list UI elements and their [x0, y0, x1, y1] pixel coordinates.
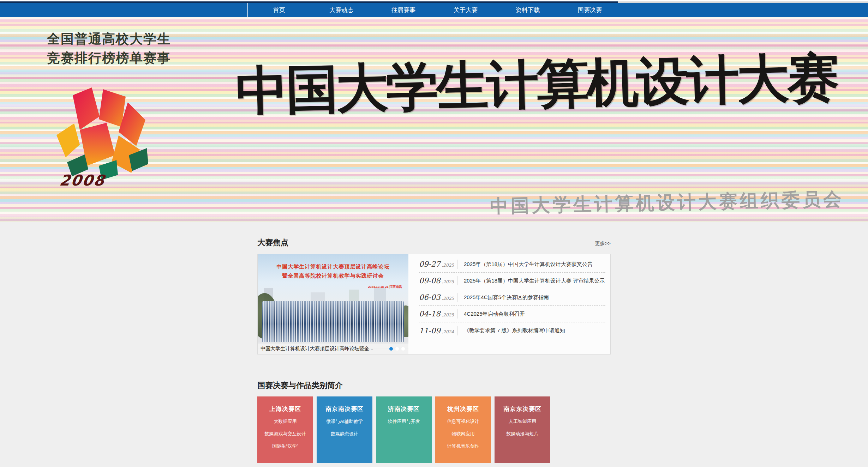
zone-card-1[interactable]: 上海决赛区 大数据应用数媒游戏与交互设计国际生“汉学” [257, 396, 313, 463]
news-date-wrap: 04-18 .2025 [419, 310, 451, 318]
main-navbar: 首页大赛动态往届赛事关于大赛资料下载国赛决赛 [0, 3, 868, 17]
news-divider [457, 326, 457, 335]
focus-section-header: 大赛焦点 更多>> [257, 238, 611, 247]
news-item-3[interactable]: 06-03 .2025 2025年4C国赛5个决赛区的参赛指南 [419, 289, 605, 306]
zone-card-title: 济南决赛区 [376, 405, 432, 413]
news-date: 09-08 [419, 277, 441, 285]
photo-title-line2: 暨全国高等院校计算机教学与实践研讨会 [258, 273, 408, 279]
flower-petal [99, 89, 126, 127]
news-divider [457, 260, 457, 269]
news-carousel[interactable]: 中国大学生计算机设计大赛顶层设计高峰论坛 暨全国高等院校计算机教学与实践研讨会 … [258, 254, 408, 354]
news-date: 09-27 [419, 260, 441, 268]
carousel-dots [386, 347, 408, 351]
zones-section-title: 国赛决赛与作品类别简介 [257, 381, 343, 390]
zone-card-lines: 大数据应用数媒游戏与交互设计国际生“汉学” [257, 418, 313, 449]
zone-card-4[interactable]: 杭州决赛区 信息可视化设计物联网应用计算机音乐创作 [435, 396, 491, 463]
banner-tagline-line1: 全国普通高校大学生 [47, 30, 171, 49]
carousel-dot-2[interactable] [395, 347, 399, 351]
news-date-wrap: 06-03 .2025 [419, 293, 451, 302]
zone-card-line: 大数据应用 [257, 418, 313, 425]
news-title: 2025年4C国赛5个决赛区的参赛指南 [464, 294, 549, 301]
photo-title-line1: 中国大学生计算机设计大赛顶层设计高峰论坛 [258, 263, 408, 270]
page-content: 大赛焦点 更多>> 中国大学生计算机设计大赛顶层设计高峰论坛 暨全国高等院校计算… [257, 238, 611, 463]
flower-logo-year: 2008 [59, 172, 107, 189]
zone-card-line: 计算机音乐创作 [435, 443, 491, 449]
news-title: 《教学要求第 7 版》系列教材编写申请通知 [464, 327, 565, 334]
nav-menu: 首页大赛动态往届赛事关于大赛资料下载国赛决赛 [247, 3, 621, 17]
nav-item-6[interactable]: 国赛决赛 [559, 3, 621, 17]
zone-card-line: 物联网应用 [435, 431, 491, 437]
news-date: 04-18 [419, 310, 441, 318]
focus-box: 中国大学生计算机设计大赛顶层设计高峰论坛 暨全国高等院校计算机教学与实践研讨会 … [257, 254, 611, 354]
nav-item-3[interactable]: 往届赛事 [372, 3, 435, 17]
news-item-5[interactable]: 11-09 .2024 《教学要求第 7 版》系列教材编写申请通知 [419, 322, 605, 339]
news-item-4[interactable]: 04-18 .2025 4C2025年启动会顺利召开 [419, 306, 605, 322]
zone-card-5[interactable]: 南京东决赛区 人工智能应用数媒动漫与短片 [495, 396, 550, 463]
carousel-dot-1[interactable] [389, 347, 393, 351]
zone-card-lines: 人工智能应用数媒动漫与短片 [495, 418, 550, 437]
zone-card-line: 人工智能应用 [495, 418, 550, 425]
news-title: 2025年（第18届）中国大学生计算机设计大赛获奖公告 [464, 261, 593, 268]
focus-section-title: 大赛焦点 [257, 238, 288, 247]
zone-card-lines: 信息可视化设计物联网应用计算机音乐创作 [435, 418, 491, 449]
photo-crowd [262, 301, 404, 342]
news-date: 11-09 [419, 327, 441, 335]
banner-subtitle: 中国大学生计算机设计大赛组织委员会 [490, 187, 844, 219]
zone-card-line: 数媒动漫与短片 [495, 431, 550, 437]
photo-date: 2024.10.18-21 江西南昌 [368, 285, 402, 289]
news-title: 4C2025年启动会顺利召开 [464, 311, 525, 317]
news-item-1[interactable]: 09-27 .2025 2025年（第18届）中国大学生计算机设计大赛获奖公告 [419, 256, 605, 273]
news-list: 09-27 .2025 2025年（第18届）中国大学生计算机设计大赛获奖公告 … [408, 254, 610, 354]
zone-card-line: 数媒静态设计 [317, 431, 372, 437]
zone-card-line: 软件应用与开发 [376, 418, 432, 425]
nav-item-1[interactable]: 首页 [248, 3, 310, 17]
news-year: .2025 [442, 313, 454, 317]
carousel-dot-3[interactable] [401, 347, 405, 351]
news-year: .2025 [442, 279, 454, 284]
news-date-wrap: 11-09 .2024 [419, 327, 451, 335]
zone-card-line: 信息可视化设计 [435, 418, 491, 425]
news-title: 2025年（第18届）中国大学生计算机设计大赛 评审结果公示 [464, 278, 605, 284]
nav-item-2[interactable]: 大赛动态 [310, 3, 372, 17]
nav-item-5[interactable]: 资料下载 [497, 3, 559, 17]
zone-cards: 上海决赛区 大数据应用数媒游戏与交互设计国际生“汉学” 南京南决赛区 微课与AI… [257, 396, 611, 463]
zone-card-line: 数媒游戏与交互设计 [257, 431, 313, 437]
news-item-2[interactable]: 09-08 .2025 2025年（第18届）中国大学生计算机设计大赛 评审结果… [419, 273, 605, 289]
banner-main-title: 中国大学生计算机设计大赛 [235, 43, 838, 127]
zone-card-title: 上海决赛区 [257, 405, 313, 413]
flower-petal [73, 87, 100, 130]
news-date: 06-03 [419, 293, 441, 302]
flower-logo: 2008 [46, 73, 152, 190]
news-divider [457, 293, 457, 302]
zone-card-line: 国际生“汉学” [257, 443, 313, 449]
zone-card-line: 微课与AI辅助教学 [317, 418, 372, 425]
news-date-wrap: 09-08 .2025 [419, 277, 451, 285]
news-year: .2025 [442, 296, 454, 301]
news-divider [457, 276, 457, 285]
carousel-caption[interactable]: 中国大学生计算机设计大赛顶层设计高峰论坛暨全... [258, 346, 386, 352]
news-year: .2024 [442, 329, 454, 334]
zone-card-title: 南京南决赛区 [317, 405, 372, 413]
zone-card-2[interactable]: 南京南决赛区 微课与AI辅助教学数媒静态设计 [317, 396, 372, 463]
carousel-caption-bar: 中国大学生计算机设计大赛顶层设计高峰论坛暨全... [258, 344, 408, 354]
zone-card-lines: 软件应用与开发 [376, 418, 432, 425]
flower-petal [56, 123, 80, 157]
nav-item-4[interactable]: 关于大赛 [435, 3, 497, 17]
banner-tagline-line2: 竞赛排行榜榜单赛事 [47, 49, 171, 68]
news-year: .2025 [442, 263, 454, 268]
banner-tagline: 全国普通高校大学生 竞赛排行榜榜单赛事 [47, 30, 171, 68]
zone-card-title: 杭州决赛区 [435, 405, 491, 413]
zones-section-header: 国赛决赛与作品类别简介 [257, 381, 611, 390]
news-date-wrap: 09-27 .2025 [419, 260, 451, 268]
focus-more-link[interactable]: 更多>> [595, 241, 611, 247]
zone-card-lines: 微课与AI辅助教学数媒静态设计 [317, 418, 372, 437]
zone-card-3[interactable]: 济南决赛区 软件应用与开发 [376, 396, 432, 463]
news-divider [457, 309, 457, 319]
hero-banner: 全国普通高校大学生 竞赛排行榜榜单赛事 2008 中国大学生计算机设计大赛 中国… [0, 17, 868, 222]
zone-card-title: 南京东决赛区 [495, 405, 550, 413]
